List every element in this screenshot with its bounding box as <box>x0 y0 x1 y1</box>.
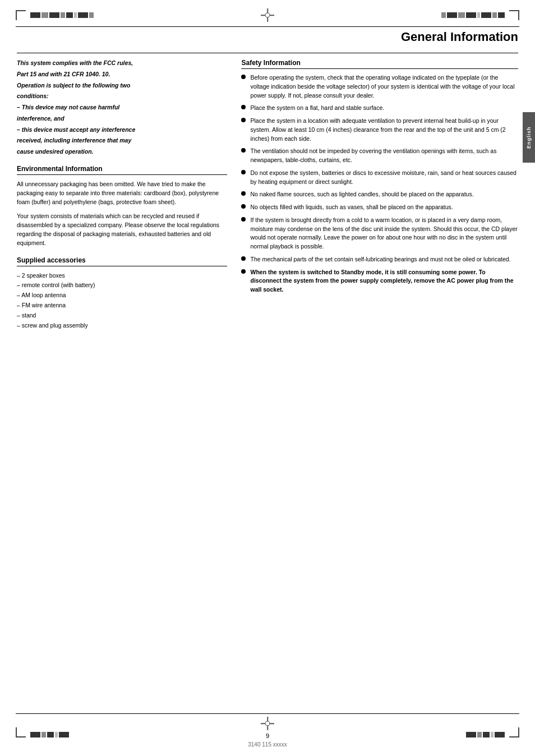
strip-left <box>30 12 94 18</box>
bullet-icon <box>241 256 246 261</box>
fcc-line7: – this device must accept any interferen… <box>17 126 227 135</box>
strip-block <box>498 12 505 18</box>
right-column: Safety Information Before operating the … <box>241 59 518 331</box>
list-item: remote control (with battery) <box>17 280 227 291</box>
bottom-right <box>466 727 519 737</box>
strip-block <box>47 732 54 737</box>
accessories-list: 2 speaker boxes remote control (with bat… <box>17 271 227 331</box>
safety-text: If the system is brought directly from a… <box>250 216 518 251</box>
strip-block <box>41 732 46 737</box>
catalog-number: 3140 115 xxxxx <box>248 741 287 748</box>
bullet-icon <box>241 75 246 79</box>
strip-block <box>441 12 446 18</box>
list-item: 2 speaker boxes <box>17 271 227 281</box>
fcc-line4: conditions: <box>17 92 227 101</box>
safety-text: No objects filled with liquids, such as … <box>250 203 453 212</box>
safety-text: The ventilation should not be impeded by… <box>250 147 518 165</box>
fcc-line3: Operation is subject to the following tw… <box>17 81 227 90</box>
fcc-line8: received, including interference that ma… <box>17 136 227 145</box>
strip-block <box>447 12 457 18</box>
list-item: screw and plug assembly <box>17 321 227 331</box>
language-tab: English <box>523 112 535 163</box>
safety-item-4: Do not expose the system, batteries or d… <box>241 169 518 187</box>
strip-bottom-left <box>30 732 69 737</box>
env-para1: All unnecessary packaging has been omitt… <box>17 179 227 207</box>
list-item: FM wire antenna <box>17 301 227 311</box>
bullet-icon <box>241 105 246 109</box>
safety-text: Place the system in a location with adeq… <box>250 117 518 143</box>
strip-block <box>66 12 73 18</box>
strip-block <box>495 732 505 737</box>
safety-text: No naked flame sources, such as lighted … <box>250 190 473 199</box>
bullet-icon <box>241 269 246 274</box>
safety-item-8: The mechanical parts of the set contain … <box>241 255 518 264</box>
safety-text: The mechanical parts of the set contain … <box>250 255 510 264</box>
safety-text-bold: When the system is switched to Standby m… <box>250 268 518 294</box>
environmental-heading: Environmental Information <box>17 165 227 175</box>
bullet-icon <box>241 148 246 153</box>
fcc-block: This system complies with the FCC rules,… <box>17 59 227 156</box>
safety-heading: Safety Information <box>241 59 518 69</box>
strip-block <box>483 732 490 737</box>
safety-item-3: The ventilation should not be impeded by… <box>241 147 518 165</box>
strip-block <box>78 12 88 18</box>
strip-block <box>466 732 476 737</box>
top-decorative <box>0 0 535 26</box>
language-label: English <box>526 126 532 149</box>
bullet-icon <box>241 191 246 196</box>
safety-item-6: No objects filled with liquids, such as … <box>241 203 518 212</box>
safety-list: Before operating the system, check that … <box>241 73 518 294</box>
strip-block <box>492 12 497 18</box>
bottom-center: 9 3140 115 xxxxx <box>248 717 287 748</box>
bottom-left <box>16 727 69 737</box>
corner-bl-mark <box>16 727 26 737</box>
safety-text: Do not expose the system, batteries or d… <box>250 169 518 187</box>
crosshair-circle <box>265 721 270 726</box>
fcc-line9: cause undesired operation. <box>17 147 227 156</box>
deco-left <box>16 10 94 20</box>
bullet-icon <box>241 204 246 209</box>
strip-block <box>89 12 94 18</box>
page-title: General Information <box>17 27 518 53</box>
strip-block <box>59 732 69 737</box>
bullet-icon <box>241 170 246 174</box>
strip-block <box>477 12 480 18</box>
list-item: stand <box>17 311 227 321</box>
strip-block <box>41 12 48 18</box>
strip-block <box>466 12 476 18</box>
bottom-decorative: 9 3140 115 xxxxx <box>0 714 535 756</box>
strip-block <box>55 732 58 737</box>
content-columns: This system complies with the FCC rules,… <box>17 59 518 331</box>
strip-block <box>74 12 77 18</box>
strip-block <box>61 12 65 18</box>
bullet-icon <box>241 118 246 122</box>
strip-block <box>30 732 40 737</box>
safety-item-1: Place the system on a flat, hard and sta… <box>241 104 518 113</box>
crosshair-circle <box>265 13 270 18</box>
strip-block <box>491 732 494 737</box>
strip-block <box>458 12 465 18</box>
safety-item-7: If the system is brought directly from a… <box>241 216 518 251</box>
safety-text: Before operating the system, check that … <box>250 73 518 100</box>
accessories-heading: Supplied accessories <box>17 256 227 266</box>
corner-tl-mark <box>16 10 26 20</box>
fcc-line6: interference, and <box>17 114 227 123</box>
strip-right <box>441 12 505 18</box>
safety-text: Place the system on a flat, hard and sta… <box>250 104 384 113</box>
corner-br-mark <box>509 727 519 737</box>
main-content: General Information This system complies… <box>0 27 535 342</box>
strip-block <box>481 12 491 18</box>
list-item: AM loop antenna <box>17 291 227 301</box>
safety-item-9: When the system is switched to Standby m… <box>241 268 518 294</box>
strip-block <box>477 732 482 737</box>
env-para2: Your system consists of materials which … <box>17 211 227 248</box>
bullet-icon <box>241 217 246 222</box>
page-container: English General Information This system … <box>0 0 535 756</box>
fcc-line5: – This device may not cause harmful <box>17 103 227 112</box>
safety-item-2: Place the system in a location with adeq… <box>241 117 518 143</box>
safety-item-0: Before operating the system, check that … <box>241 73 518 100</box>
page-number: 9 <box>266 732 269 739</box>
crosshair-left <box>261 8 274 22</box>
safety-item-5: No naked flame sources, such as lighted … <box>241 190 518 199</box>
fcc-line1: This system complies with the FCC rules, <box>17 59 227 68</box>
